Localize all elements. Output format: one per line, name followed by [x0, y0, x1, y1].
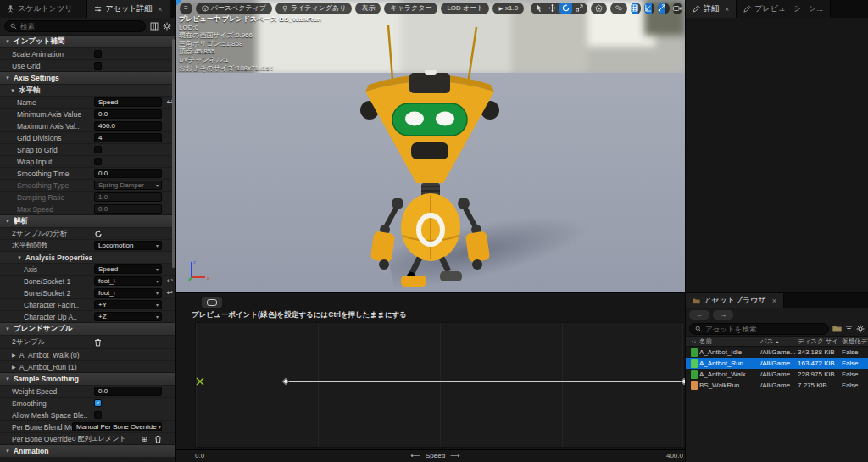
weight-speed-input[interactable] — [94, 387, 162, 396]
blendspace-display-button[interactable] — [202, 297, 222, 308]
expand-icon[interactable]: ▶ — [12, 352, 16, 358]
trash-icon[interactable] — [94, 338, 102, 347]
blendspace-graph[interactable] — [195, 322, 683, 448]
row-sample-run[interactable]: ▶A_Antbot_Run (1) — [0, 360, 175, 372]
viewport-menu-button[interactable]: ≡ — [180, 3, 192, 14]
bone-socket-1-label: Bone/Socket 1 — [24, 277, 94, 286]
scale-tool-icon[interactable] — [573, 3, 586, 14]
lit-mode-button[interactable]: ライティングあり — [275, 3, 353, 14]
rotation-snap-control[interactable]: 10° — [644, 3, 655, 14]
character-menu-button[interactable]: キャラクター — [384, 3, 437, 14]
show-menu-button[interactable]: 表示 — [355, 3, 381, 14]
tab-details[interactable]: 詳細 × — [686, 0, 737, 18]
scale-snap-control[interactable]: 0.25 — [658, 3, 670, 14]
allow-mesh-space-checkbox[interactable] — [94, 411, 102, 419]
subsection-horizontal-axis[interactable]: ▼水平軸 — [0, 84, 175, 96]
per-bone-blend-mode-dropdown[interactable]: Manual Per Bone Override▾ — [72, 422, 162, 431]
sample-point-walk[interactable] — [282, 378, 289, 385]
tab-close-icon[interactable]: × — [772, 297, 776, 305]
playback-speed-button[interactable]: ▶x1.0 — [492, 3, 524, 14]
reset-icon[interactable]: ↩ — [166, 276, 173, 285]
asset-row-idle[interactable]: A_Antbot_Idle /All/Game... 343.188 KiB F… — [686, 347, 868, 358]
tab-skeleton-tree[interactable]: スケルトンツリー — [0, 0, 87, 18]
tab-close-icon[interactable]: × — [158, 5, 162, 14]
trash-icon[interactable] — [154, 435, 162, 443]
scale-animation-checkbox[interactable] — [94, 50, 102, 58]
axis-dropdown[interactable]: Speed▾ — [94, 264, 162, 274]
row-sample-walk[interactable]: ▶A_Antbot_Walk (0) — [0, 348, 175, 360]
scale-snap-icon — [658, 3, 665, 14]
section-analysis[interactable]: ▼解析 — [0, 214, 175, 227]
character-up-dropdown[interactable]: +Z▾ — [94, 312, 162, 321]
grid-divisions-input[interactable] — [94, 133, 162, 142]
column-disk-size[interactable]: ディスク サイ — [798, 337, 842, 346]
smoothing-checkbox[interactable]: ✓ — [94, 399, 102, 407]
refresh-icon[interactable] — [94, 230, 103, 238]
lod-auto-button[interactable]: LOD オート — [441, 3, 489, 14]
wrap-input-checkbox[interactable] — [94, 158, 102, 165]
axis-separator — [176, 449, 685, 450]
bone-socket-1-value: foot_l — [98, 277, 115, 285]
coordinate-space-button[interactable] — [591, 3, 607, 14]
tab-close-icon[interactable]: × — [725, 5, 729, 14]
section-animation[interactable]: ▼Animation — [0, 444, 175, 457]
grid-snap-control[interactable]: 10 — [631, 3, 641, 14]
column-name[interactable]: 名前 — [699, 337, 760, 346]
tab-asset-details[interactable]: アセット詳細 × — [87, 0, 170, 18]
folder-icon[interactable] — [832, 325, 842, 332]
blendspace-editor[interactable]: プレビューポイント(緑色)を設定するにはCtrlを押したままにする 0.0 ⟵ … — [176, 292, 685, 462]
row-name: Name↩ — [0, 96, 175, 108]
asset-row-blendspace[interactable]: BS_WalkRun /All/Game... 7.275 KiB False — [686, 380, 868, 391]
weight-speed-label: Weight Speed — [12, 387, 94, 396]
settings-gear-icon[interactable] — [856, 325, 865, 333]
expand-icon[interactable]: ▶ — [12, 364, 16, 370]
asset-search-input[interactable] — [705, 325, 823, 333]
select-tool-icon[interactable] — [532, 3, 545, 14]
section-axis-settings[interactable]: ▼Axis Settings — [0, 71, 175, 84]
bone-socket-1-dropdown[interactable]: foot_l▾ — [94, 276, 162, 286]
smoothing-time-input[interactable] — [94, 169, 162, 178]
max-axis-input[interactable] — [94, 121, 162, 131]
sort-icon[interactable]: ↑↓ — [688, 339, 699, 344]
preview-viewport[interactable]: ≡ パースペクティブ ライティングあり 表示 キャラクター LOD オート ▶x… — [176, 0, 685, 292]
back-button[interactable]: ← — [689, 310, 709, 320]
section-blend-samples[interactable]: ▼ブレンドサンプル — [0, 322, 175, 335]
left-panel-scrollbar[interactable] — [172, 39, 175, 268]
bone-socket-2-dropdown[interactable]: foot_r▾ — [94, 288, 162, 298]
column-path[interactable]: パス ▲ — [760, 337, 798, 346]
tab-preview-scene[interactable]: プレビューシーン... — [737, 0, 831, 18]
move-tool-icon[interactable] — [546, 3, 559, 14]
use-grid-checkbox[interactable] — [94, 62, 102, 70]
max-speed-input — [94, 204, 162, 214]
reset-icon[interactable]: ↩ — [166, 288, 173, 297]
perspective-button[interactable]: パースペクティブ — [196, 3, 272, 14]
name-input[interactable] — [94, 97, 162, 107]
camera-speed-control[interactable]: 1 — [673, 3, 682, 14]
character-facing-dropdown[interactable]: +Y▾ — [94, 300, 162, 309]
surface-snapping-button[interactable] — [610, 3, 627, 14]
details-search-input[interactable] — [20, 22, 140, 31]
asset-path: /All/Game... — [760, 381, 798, 389]
preview-point-marker[interactable] — [195, 376, 205, 387]
asset-row-run-selected[interactable]: A_Antbot_Run /All/Game... 163.472 KiB Fa… — [686, 358, 868, 369]
min-axis-input[interactable] — [94, 109, 162, 119]
character-facing-label: Character Facin.. — [24, 301, 94, 309]
subsection-analysis-properties[interactable]: ▼Analysis Properties — [0, 251, 175, 263]
smoothing-type-dropdown[interactable]: Spring Damper▾ — [94, 181, 162, 190]
section-sample-smoothing[interactable]: ▼Sample Smoothing — [0, 372, 175, 385]
asset-row-walk[interactable]: A_Antbot_Walk /All/Game... 228.975 KiB F… — [686, 369, 868, 380]
axis-function-dropdown[interactable]: Locomotion▾ — [94, 241, 162, 250]
filter-icon[interactable] — [845, 326, 853, 332]
settings-gear-icon[interactable] — [163, 22, 171, 31]
columns-icon[interactable] — [150, 22, 159, 31]
forward-button[interactable]: → — [713, 310, 733, 320]
section-input-interpolation[interactable]: ▼インプット補間 — [0, 35, 175, 47]
asset-table-header[interactable]: ↑↓ 名前 パス ▲ ディスク サイ 仮想化データ — [686, 336, 868, 347]
details-searchbox[interactable] — [4, 20, 146, 32]
add-element-icon[interactable]: ⊕ — [141, 435, 147, 443]
tab-asset-browser[interactable]: アセットブラウザ × — [686, 293, 784, 308]
rotate-tool-icon[interactable] — [559, 3, 572, 14]
column-virtualized[interactable]: 仮想化データ — [842, 337, 868, 346]
snap-to-grid-checkbox[interactable] — [94, 146, 102, 153]
asset-searchbox[interactable] — [689, 323, 829, 335]
